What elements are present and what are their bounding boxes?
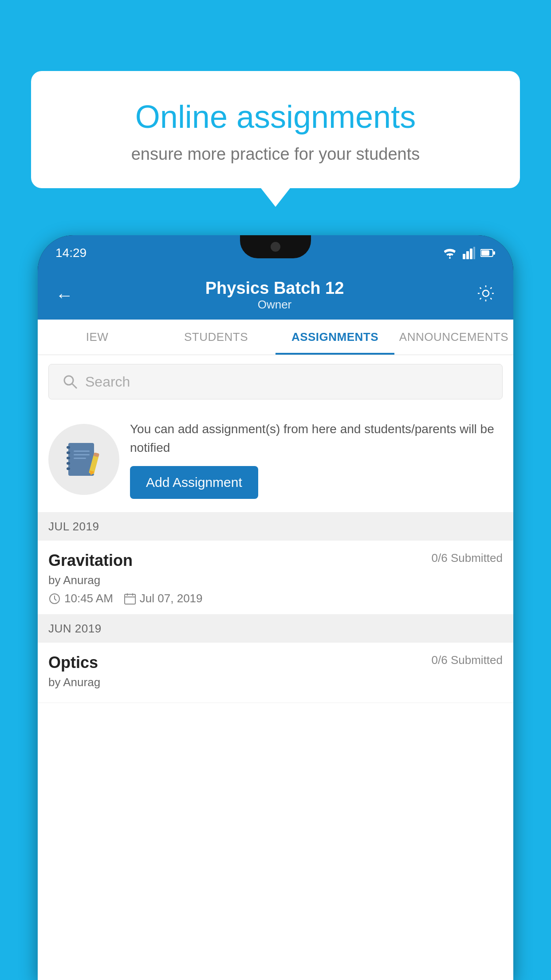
assignment-item-header-optics: Optics 0/6 Submitted (48, 653, 503, 672)
svg-rect-1 (466, 251, 469, 259)
svg-point-8 (64, 376, 73, 385)
status-time: 14:29 (55, 246, 87, 260)
back-button[interactable]: ← (51, 281, 78, 310)
svg-line-9 (72, 384, 77, 388)
month-header-jun: JUN 2019 (38, 615, 513, 643)
app-bar-subtitle: Owner (78, 298, 472, 312)
assignment-submitted: 0/6 Submitted (432, 551, 503, 565)
assignment-submitted-optics: 0/6 Submitted (432, 653, 503, 667)
promo-text: You can add assignment(s) from here and … (130, 420, 503, 457)
svg-rect-17 (74, 454, 90, 455)
tab-bar: IEW STUDENTS ASSIGNMENTS ANNOUNCEMENTS (38, 320, 513, 355)
gear-icon (476, 284, 496, 303)
app-bar-title-section: Physics Batch 12 Owner (78, 279, 472, 312)
camera-dot (271, 242, 280, 252)
svg-rect-12 (67, 451, 70, 454)
status-icons (442, 247, 496, 259)
svg-rect-3 (473, 247, 475, 259)
svg-rect-2 (470, 249, 472, 259)
assignment-item-header: Gravitation 0/6 Submitted (48, 551, 503, 570)
wifi-icon (442, 247, 457, 259)
tab-students[interactable]: STUDENTS (157, 320, 276, 355)
search-placeholder: Search (85, 374, 130, 390)
signal-icon (463, 247, 475, 259)
phone-inner: ← Physics Batch 12 Owner IEW STUDENTS AS… (38, 271, 513, 980)
svg-rect-15 (67, 467, 70, 470)
search-icon (62, 374, 78, 390)
assignment-promo: You can add assignment(s) from here and … (38, 407, 513, 513)
speech-bubble-title: Online assignments (58, 98, 493, 136)
assignment-by: by Anurag (48, 573, 503, 587)
assignment-name: Gravitation (48, 551, 133, 570)
phone-mockup: 14:29 ← (38, 235, 513, 980)
app-bar-title: Physics Batch 12 (78, 279, 472, 298)
search-bar[interactable]: Search (48, 364, 503, 399)
svg-rect-23 (125, 594, 135, 604)
app-bar: ← Physics Batch 12 Owner (38, 271, 513, 320)
phone-notch (240, 235, 311, 258)
svg-rect-14 (67, 462, 70, 465)
settings-button[interactable] (472, 279, 500, 312)
speech-bubble-subtitle: ensure more practice for your students (58, 145, 493, 164)
promo-content: You can add assignment(s) from here and … (130, 420, 503, 499)
speech-bubble: Online assignments ensure more practice … (31, 71, 520, 188)
calendar-icon (124, 593, 136, 605)
notebook-icon (64, 439, 104, 479)
content-area: Search (38, 355, 513, 980)
svg-rect-0 (463, 254, 465, 259)
assignment-name-optics: Optics (48, 653, 98, 672)
add-assignment-button[interactable]: Add Assignment (130, 466, 258, 499)
tab-announcements[interactable]: ANNOUNCEMENTS (394, 320, 513, 355)
svg-rect-18 (74, 458, 86, 459)
assignment-date: Jul 07, 2019 (124, 592, 203, 605)
svg-rect-16 (74, 450, 90, 452)
clock-icon (48, 593, 61, 605)
assignment-time: 10:45 AM (48, 592, 113, 605)
battery-icon (480, 249, 496, 257)
assignment-item-optics[interactable]: Optics 0/6 Submitted by Anurag (38, 643, 513, 703)
svg-point-7 (483, 290, 489, 296)
svg-rect-13 (67, 457, 70, 459)
svg-rect-6 (493, 251, 495, 255)
status-bar: 14:29 (38, 235, 513, 271)
assignment-by-optics: by Anurag (48, 676, 503, 689)
search-container: Search (38, 355, 513, 407)
assignment-item-gravitation[interactable]: Gravitation 0/6 Submitted by Anurag 10:4… (38, 541, 513, 615)
tab-assignments[interactable]: ASSIGNMENTS (276, 320, 394, 355)
svg-rect-11 (67, 446, 70, 449)
speech-bubble-container: Online assignments ensure more practice … (31, 71, 520, 188)
promo-icon-circle (48, 424, 119, 495)
svg-rect-5 (481, 250, 489, 256)
month-header-jul: JUL 2019 (38, 513, 513, 541)
assignment-meta: 10:45 AM Jul 07, 2019 (48, 592, 503, 605)
tab-iew[interactable]: IEW (38, 320, 157, 355)
